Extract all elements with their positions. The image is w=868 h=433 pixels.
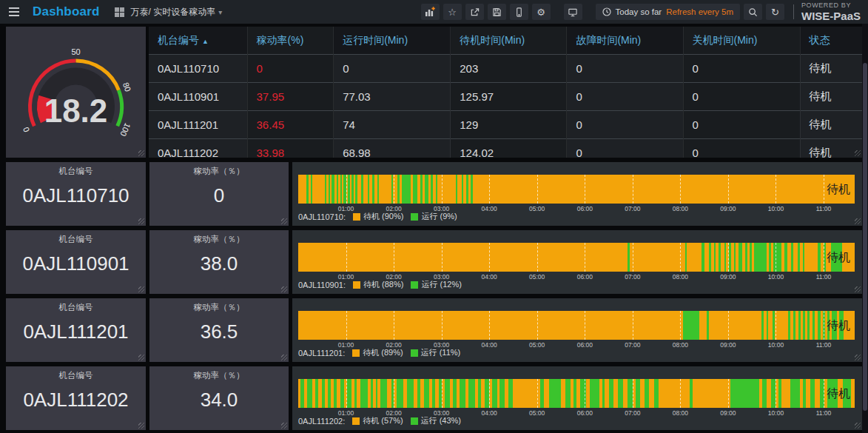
table-header-6[interactable]: 状态: [800, 27, 862, 55]
idle-swatch-icon: [353, 213, 360, 221]
run-segment: [492, 379, 497, 408]
rate-panel-title[interactable]: 稼动率（％）: [149, 230, 289, 245]
table-cell: 37.95: [247, 83, 334, 111]
breadcrumb[interactable]: 万泰/ 实时设备稼动率▾: [131, 6, 223, 19]
panel-resize-handle[interactable]: [138, 150, 144, 156]
run-segment: [654, 379, 659, 408]
panel-resize-handle[interactable]: [855, 218, 861, 224]
legend-idle-label: 待机 (89%): [363, 347, 403, 358]
legend-run-item[interactable]: 运行 (43%): [411, 415, 461, 426]
run-segment: [565, 379, 570, 408]
table-header-3[interactable]: 待机时间(Min): [451, 27, 567, 55]
run-segment: [702, 243, 704, 272]
axis-tick-label: 10:00: [765, 409, 787, 417]
idle-swatch-icon: [352, 417, 360, 425]
table-row[interactable]: 0AJL11120136.457412900待机: [149, 111, 862, 139]
legend-idle-item[interactable]: 待机 (88%): [353, 279, 403, 290]
hour-gridline: [346, 311, 347, 340]
bar-status-label: 待机: [827, 181, 850, 197]
panel-resize-handle[interactable]: [855, 423, 861, 429]
table-row[interactable]: 0AJL11090137.9577.03125.9700待机: [149, 83, 862, 111]
panel-resize-handle[interactable]: [855, 150, 861, 156]
rate-panel: 稼动率（％）34.0: [149, 366, 289, 430]
machine-id-panel-title[interactable]: 机台编号: [6, 366, 146, 381]
timeline-bar: 待机: [298, 243, 855, 272]
machine-id-panel-title[interactable]: 机台编号: [6, 298, 146, 313]
table-cell: 0: [683, 55, 800, 83]
run-segment: [376, 379, 377, 408]
tv-mode-button[interactable]: [564, 4, 582, 20]
table-cell: 0: [683, 139, 800, 158]
refresh-button[interactable]: ↻: [766, 4, 784, 20]
machine-id-panel-title[interactable]: 机台编号: [6, 230, 146, 245]
run-segment: [445, 379, 451, 408]
gauge-tick-label: 100: [118, 121, 132, 138]
run-swatch-icon: [411, 281, 418, 289]
panel-resize-handle[interactable]: [138, 218, 144, 224]
run-segment: [348, 175, 350, 204]
run-segment: [300, 379, 304, 408]
menu-icon[interactable]: [0, 0, 28, 24]
rate-value: 34.0: [149, 389, 289, 412]
rate-panel-title[interactable]: 稼动率（％）: [149, 162, 289, 177]
legend-run-item[interactable]: 运行 (11%): [411, 347, 461, 358]
panel-resize-handle[interactable]: [138, 423, 144, 429]
dashboard-grid-icon[interactable]: [115, 7, 124, 17]
axis-tick-label: 04:00: [478, 205, 500, 212]
panel-resize-handle[interactable]: [281, 218, 287, 224]
legend-run-item[interactable]: 运行 (9%): [411, 211, 457, 222]
add-panel-button[interactable]: [421, 4, 440, 20]
hour-gridline: [585, 243, 585, 272]
search-button[interactable]: [744, 4, 762, 20]
run-segment: [307, 379, 313, 408]
panel-resize-handle[interactable]: [281, 423, 287, 429]
panel-resize-handle[interactable]: [281, 286, 287, 292]
panel-resize-handle[interactable]: [138, 355, 144, 360]
legend-idle-item[interactable]: 待机 (57%): [352, 415, 403, 426]
share-button[interactable]: [465, 4, 484, 20]
rate-value: 38.0: [149, 252, 289, 275]
axis-tick-label: 05:00: [526, 273, 548, 281]
run-segment: [709, 243, 711, 272]
run-segment: [407, 379, 414, 408]
mobile-view-button[interactable]: [510, 4, 528, 20]
settings-button[interactable]: ⚙: [532, 4, 551, 20]
rate-panel-title[interactable]: 稼动率（％）: [149, 366, 289, 381]
app-logo[interactable]: Dashboard: [33, 4, 100, 19]
axis-tick-label: 10:00: [765, 273, 787, 281]
panel-resize-handle[interactable]: [855, 286, 861, 292]
panel-resize-handle[interactable]: [138, 286, 144, 292]
table-header-4[interactable]: 故障时间(Min): [567, 27, 683, 55]
panel-resize-handle[interactable]: [855, 355, 861, 360]
table-row[interactable]: 0AJL1107100020300待机: [149, 55, 862, 83]
save-button[interactable]: [488, 4, 506, 20]
table-header-0[interactable]: 机台编号▲: [149, 27, 247, 55]
machine-id-panel-title[interactable]: 机台编号: [6, 162, 146, 177]
hour-gridline: [537, 379, 538, 408]
panel-resize-handle[interactable]: [281, 355, 287, 360]
rate-panel-title[interactable]: 稼动率（％）: [149, 298, 289, 313]
run-segment: [361, 175, 363, 204]
star-button[interactable]: ☆: [443, 4, 462, 20]
legend-idle-item[interactable]: 待机 (90%): [353, 211, 403, 222]
idle-swatch-icon: [353, 281, 360, 289]
run-segment: [478, 379, 481, 408]
table-header-5[interactable]: 关机时间(Min): [683, 27, 800, 55]
page-scrollbar-thumb[interactable]: [863, 63, 867, 411]
run-segment: [628, 379, 632, 408]
run-segment: [549, 379, 561, 408]
table-row[interactable]: 0AJL11120233.9868.98124.0200待机: [149, 139, 862, 158]
gauge-tick-label: 50: [71, 47, 80, 56]
timeline-legend: 0AJL110901:待机 (88%)运行 (12%): [298, 279, 462, 290]
powered-by-label: POWERED BY: [801, 2, 861, 9]
legend-idle-item[interactable]: 待机 (89%): [352, 347, 403, 358]
time-range-picker[interactable]: Today so far Refresh every 5m: [596, 4, 740, 20]
legend-machine-id: 0AJL111201:: [298, 349, 345, 358]
tv-mode-icon: [568, 7, 578, 17]
table-header-2[interactable]: 运行时间(Min): [334, 27, 451, 55]
table-cell: 68.98: [334, 139, 451, 158]
run-segment: [424, 379, 428, 408]
table-header-1[interactable]: 稼动率(%): [247, 27, 334, 55]
legend-run-item[interactable]: 运行 (12%): [411, 279, 461, 290]
table-cell: 0: [683, 111, 800, 139]
